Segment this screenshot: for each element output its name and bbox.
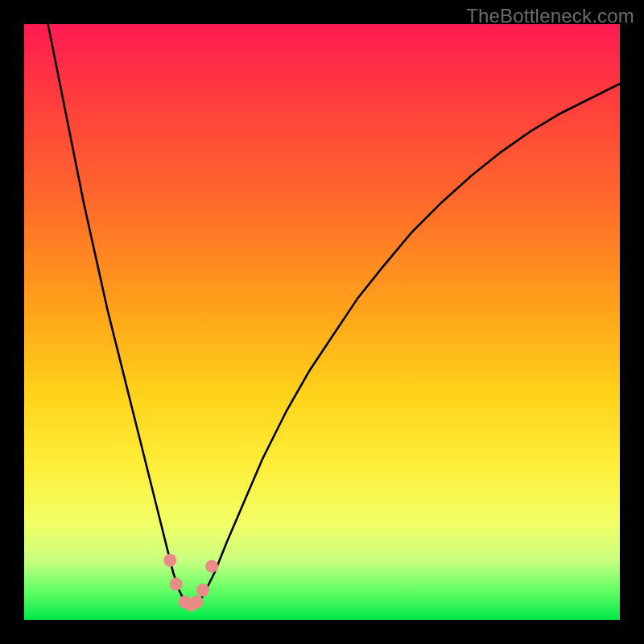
dip-dot <box>170 578 183 591</box>
dip-dot <box>191 596 204 609</box>
curve-path <box>48 24 620 608</box>
chart-frame: TheBottleneck.com <box>0 0 644 644</box>
plot-area <box>24 24 620 620</box>
dip-dot <box>205 559 218 572</box>
watermark-text: TheBottleneck.com <box>466 5 634 27</box>
dip-dot <box>163 554 176 567</box>
bottleneck-curve <box>24 24 620 620</box>
dip-dot <box>196 584 209 597</box>
